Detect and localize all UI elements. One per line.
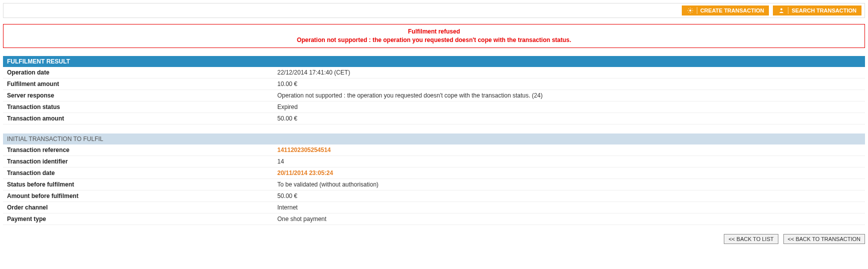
server-response-value: Operation not supported : the operation …: [273, 90, 865, 101]
table-row: Fulfilment amount 10.00 €: [3, 78, 865, 90]
table-row: Order channel Internet: [3, 202, 865, 213]
top-toolbar: CREATE TRANSACTION SEARCH TRANSACTION: [3, 3, 865, 18]
person-icon: [778, 7, 785, 14]
alert-banner: Fulfilment refused Operation not support…: [3, 24, 865, 48]
transaction-status-label: Transaction status: [3, 101, 273, 112]
initial-transaction-header: INITIAL TRANSACTION TO FULFIL: [3, 134, 865, 144]
payment-type-label: Payment type: [3, 213, 273, 224]
create-transaction-label: CREATE TRANSACTION: [700, 8, 764, 14]
separator: [697, 7, 697, 14]
transaction-reference-label: Transaction reference: [3, 144, 273, 156]
table-row: Transaction status Expired: [3, 101, 865, 112]
operation-date-value: 22/12/2014 17:41:40 (CET): [273, 67, 865, 78]
transaction-date-value: 20/11/2014 23:05:24: [277, 170, 333, 176]
search-transaction-label: SEARCH TRANSACTION: [791, 8, 856, 14]
table-row: Operation date 22/12/2014 17:41:40 (CET): [3, 67, 865, 78]
fulfilment-result-table: Operation date 22/12/2014 17:41:40 (CET)…: [3, 67, 865, 124]
fulfilment-result-header: FULFILMENT RESULT: [3, 56, 865, 67]
payment-type-value: One shot payment: [273, 213, 865, 224]
amount-before-value: 50.00 €: [273, 190, 865, 202]
transaction-identifier-value: 14: [273, 156, 865, 167]
alert-title: Fulfilment refused: [8, 28, 860, 36]
order-channel-label: Order channel: [3, 202, 273, 213]
svg-line-5: [688, 8, 689, 9]
order-channel-value: Internet: [273, 202, 865, 213]
back-to-transaction-button[interactable]: << BACK TO TRANSACTION: [783, 234, 865, 244]
fulfilment-amount-label: Fulfilment amount: [3, 78, 273, 90]
server-response-label: Server response: [3, 90, 273, 101]
bottom-toolbar: << BACK TO LIST << BACK TO TRANSACTION: [3, 234, 865, 244]
sun-icon: [687, 7, 694, 14]
alert-message: Operation not supported : the operation …: [8, 36, 860, 44]
transaction-amount-label: Transaction amount: [3, 112, 273, 124]
transaction-identifier-label: Transaction identifier: [3, 156, 273, 167]
table-row: Amount before fulfilment 50.00 €: [3, 190, 865, 202]
table-row: Transaction reference 1411202305254514: [3, 144, 865, 156]
search-transaction-button[interactable]: SEARCH TRANSACTION: [773, 6, 861, 16]
table-row: Server response Operation not supported …: [3, 90, 865, 101]
create-transaction-button[interactable]: CREATE TRANSACTION: [682, 6, 769, 16]
transaction-date-label: Transaction date: [3, 167, 273, 178]
svg-line-7: [688, 12, 689, 12]
table-row: Transaction identifier 14: [3, 156, 865, 167]
status-before-value: To be validated (without authorisation): [273, 178, 865, 190]
separator: [788, 7, 788, 14]
svg-point-0: [689, 10, 691, 12]
transaction-status-value: Expired: [273, 101, 865, 112]
table-row: Transaction amount 50.00 €: [3, 112, 865, 124]
table-row: Status before fulfilment To be validated…: [3, 178, 865, 190]
status-before-label: Status before fulfilment: [3, 178, 273, 190]
amount-before-label: Amount before fulfilment: [3, 190, 273, 202]
operation-date-label: Operation date: [3, 67, 273, 78]
fulfilment-amount-value: 10.00 €: [273, 78, 865, 90]
table-row: Transaction date 20/11/2014 23:05:24: [3, 167, 865, 178]
initial-transaction-table: Transaction reference 1411202305254514 T…: [3, 144, 865, 225]
table-row: Payment type One shot payment: [3, 213, 865, 224]
svg-line-8: [692, 8, 692, 9]
back-to-list-button[interactable]: << BACK TO LIST: [724, 234, 778, 244]
svg-point-9: [780, 8, 782, 10]
transaction-reference-value: 1411202305254514: [277, 146, 331, 154]
svg-line-6: [692, 12, 692, 12]
transaction-amount-value: 50.00 €: [273, 112, 865, 124]
